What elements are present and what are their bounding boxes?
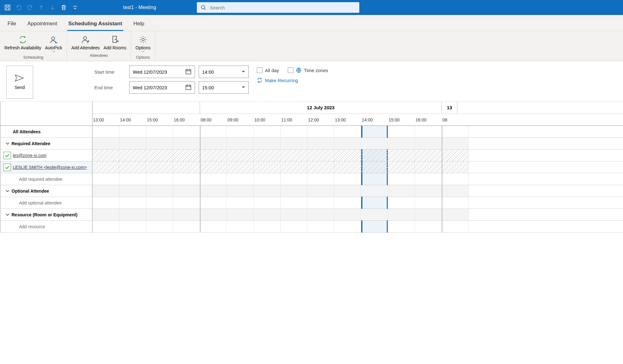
timeline-row[interactable] [92, 209, 623, 221]
hour-header: 16:00 [415, 114, 442, 125]
gear-icon [138, 34, 148, 45]
add-room-icon [110, 34, 120, 45]
ribbon-group-options: Options Options [131, 31, 155, 61]
attendee-column: All Attendees Required Attendee les@zone… [0, 101, 92, 233]
ribbon-tabs: File Appointment Scheduling Assistant He… [0, 15, 623, 31]
ribbon: Refresh Availability AutoPick Scheduling… [0, 31, 623, 61]
group-label-scheduling: Scheduling [23, 54, 43, 60]
hour-header: 09:00 [227, 114, 254, 125]
tab-appointment[interactable]: Appointment [26, 18, 58, 31]
timeline-row[interactable] [92, 221, 623, 233]
add-rooms-button[interactable]: Add Rooms [102, 33, 128, 52]
save-button[interactable] [2, 2, 12, 12]
options-button[interactable]: Options [134, 33, 152, 54]
end-time-field[interactable]: 15:00 [199, 81, 249, 94]
chevron-down-icon [242, 86, 245, 89]
hour-header: 13:00 [334, 114, 361, 125]
timeline-row[interactable] [92, 197, 623, 209]
calendar-icon[interactable] [185, 84, 192, 91]
all-attendees-header: All Attendees [0, 126, 92, 138]
chevron-down-icon [3, 214, 12, 216]
ribbon-group-scheduling: Refresh Availability AutoPick Scheduling [0, 31, 67, 61]
attendee-check-icon[interactable] [3, 152, 11, 159]
timeline-row[interactable] [92, 161, 623, 173]
previous-item-button[interactable] [36, 2, 46, 12]
tab-scheduling-assistant[interactable]: Scheduling Assistant [67, 18, 123, 31]
send-button[interactable]: Send [6, 66, 33, 99]
search-box[interactable] [197, 2, 359, 13]
optional-attendee-section[interactable]: Optional Attendee [0, 185, 92, 197]
timeline-row[interactable] [92, 126, 623, 138]
autopick-button[interactable]: AutoPick [43, 33, 64, 54]
calendar-icon[interactable] [185, 68, 192, 76]
resource-section[interactable]: Resource (Room or Equipment) [0, 209, 92, 221]
window-title: test1 - Meeting [123, 5, 156, 10]
title-bar: test1 - Meeting [0, 0, 623, 15]
svg-point-2 [52, 37, 55, 40]
svg-rect-8 [186, 85, 191, 90]
search-icon [201, 5, 206, 10]
timeline-row[interactable] [92, 138, 623, 150]
add-attendees-button[interactable]: Add Attendees [69, 33, 102, 52]
svg-point-3 [83, 37, 87, 40]
svg-point-1 [201, 6, 205, 9]
ribbon-group-attendees: Add Attendees Add Rooms Attendees [67, 31, 131, 61]
timeline-row[interactable] [92, 150, 623, 161]
delete-button[interactable] [59, 2, 69, 12]
undo-button[interactable] [14, 2, 24, 12]
allday-checkbox[interactable]: All day [257, 67, 279, 73]
chevron-down-icon [52, 51, 55, 52]
add-resource-input[interactable]: Add resource [0, 221, 92, 233]
hour-header-row: 13:0014:0015:0016:0008:0009:0010:0011:00… [92, 114, 623, 126]
redo-button[interactable] [25, 2, 35, 12]
add-person-icon [81, 34, 90, 45]
scheduling-grid: All Attendees Required Attendee les@zone… [0, 101, 623, 233]
start-date-field[interactable]: Wed 12/07/2023 [129, 66, 195, 78]
hour-header: 10:00 [254, 114, 281, 125]
hour-header: 08:00 [200, 114, 227, 125]
autopick-icon [49, 34, 58, 45]
svg-rect-4 [113, 36, 117, 42]
refresh-availability-button[interactable]: Refresh Availability [2, 33, 43, 54]
group-label-options: Options [136, 54, 150, 60]
svg-rect-7 [186, 70, 191, 74]
send-icon [15, 74, 25, 82]
next-item-button[interactable] [47, 2, 57, 12]
hour-header: 15:00 [146, 114, 173, 125]
chevron-down-icon [3, 190, 12, 192]
add-required-attendee-input[interactable]: Add required attendee [0, 173, 92, 185]
hour-header: 15:00 [388, 114, 415, 125]
hour-header: 11:00 [281, 114, 307, 125]
refresh-icon [18, 34, 27, 45]
meeting-form: Send Start time Wed 12/07/2023 14:00 End… [0, 61, 623, 101]
tab-file[interactable]: File [6, 18, 17, 31]
quick-access-toolbar [0, 2, 82, 12]
hour-header: 13:00 [92, 114, 119, 125]
start-time-label: Start time [94, 69, 126, 75]
chevron-down-icon [3, 142, 12, 145]
timeline-grid[interactable]: 12 July 2023 13 13:0014:0015:0016:0008:0… [92, 101, 623, 233]
timeline-row[interactable] [92, 173, 623, 185]
start-time-field[interactable]: 14:00 [199, 66, 249, 78]
add-optional-attendee-input[interactable]: Add optional attendee [0, 197, 92, 209]
attendee-check-icon[interactable] [3, 164, 11, 171]
hour-header: 14:00 [119, 114, 146, 125]
chevron-down-icon [142, 51, 145, 52]
tab-help[interactable]: Help [132, 18, 146, 31]
end-time-label: End time [94, 85, 126, 90]
attendee-row[interactable]: les@zone-xi.com [0, 150, 92, 161]
search-input[interactable] [210, 5, 356, 10]
date-header-row: 12 July 2023 13 [92, 101, 623, 114]
timeline-row[interactable] [92, 185, 623, 197]
attendee-row[interactable]: LESLIE SMITH <leslie@zone-xi.com> [0, 161, 92, 173]
date-header: 12 July 2023 [200, 101, 442, 114]
required-attendee-section[interactable]: Required Attendee [0, 138, 92, 150]
customize-qat-button[interactable] [70, 2, 80, 12]
timezones-checkbox[interactable]: Time zones [288, 67, 328, 73]
end-date-field[interactable]: Wed 12/07/2023 [129, 81, 195, 94]
svg-point-6 [142, 38, 144, 41]
make-recurring-button[interactable]: Make Recurring [257, 77, 298, 83]
date-header-next: 13 [442, 101, 457, 114]
hour-header: 14:00 [361, 114, 388, 125]
group-label-attendees: Attendees [90, 52, 108, 58]
